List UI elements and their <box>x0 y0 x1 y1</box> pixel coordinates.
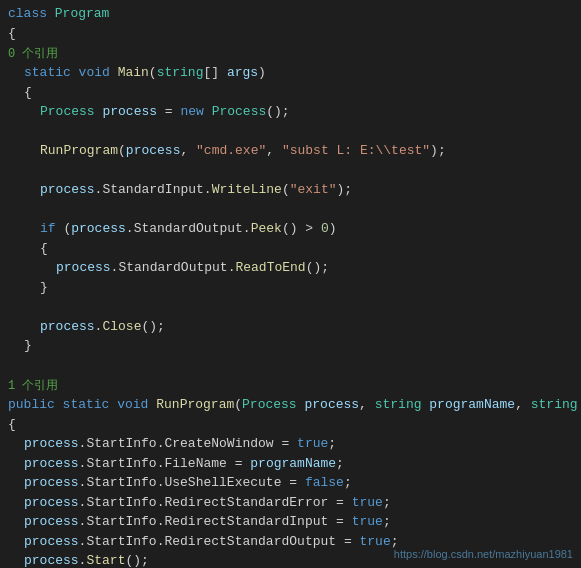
line-createnowindow: process.StartInfo.CreateNoWindow = true; <box>0 434 581 454</box>
line-readtoend: process.StandardOutput.ReadToEnd(); <box>0 258 581 278</box>
line-main-decl: static void Main(string[] args) <box>0 63 581 83</box>
line-brace-2: { <box>0 83 581 103</box>
line-brace-4: { <box>0 415 581 435</box>
line-runprogram-call: RunProgram(process, "cmd.exe", "subst L:… <box>0 141 581 161</box>
line-useshellexecute: process.StartInfo.UseShellExecute = fals… <box>0 473 581 493</box>
line-blank-4 <box>0 297 581 317</box>
code-container: class Program { 0 个引用 static void Main(s… <box>0 0 581 568</box>
ref-count-0: 0 个引用 <box>0 43 581 63</box>
line-brace-close-3: } <box>0 278 581 298</box>
line-blank-5 <box>0 356 581 376</box>
line-class-decl: class Program <box>0 4 581 24</box>
watermark: https://blog.csdn.net/mazhiyuan1981 <box>394 546 573 563</box>
line-blank-3 <box>0 200 581 220</box>
kw-class: class <box>8 4 55 24</box>
line-writeline-exit: process.StandardInput.WriteLine("exit"); <box>0 180 581 200</box>
line-process-close: process.Close(); <box>0 317 581 337</box>
line-blank-2 <box>0 161 581 181</box>
line-redirectinput: process.StartInfo.RedirectStandardInput … <box>0 512 581 532</box>
line-blank-1 <box>0 122 581 142</box>
line-runprogram-decl: public static void RunProgram(Process pr… <box>0 395 581 415</box>
line-brace-close-2: } <box>0 336 581 356</box>
class-name: Program <box>55 4 110 24</box>
line-brace-1: { <box>0 24 581 44</box>
line-if-peek: if (process.StandardOutput.Peek() > 0) <box>0 219 581 239</box>
line-filename: process.StartInfo.FileName = programName… <box>0 454 581 474</box>
line-redirecterror: process.StartInfo.RedirectStandardError … <box>0 493 581 513</box>
line-brace-3: { <box>0 239 581 259</box>
ref-count-1: 1 个引用 <box>0 375 581 395</box>
line-process-new: Process process = new Process(); <box>0 102 581 122</box>
